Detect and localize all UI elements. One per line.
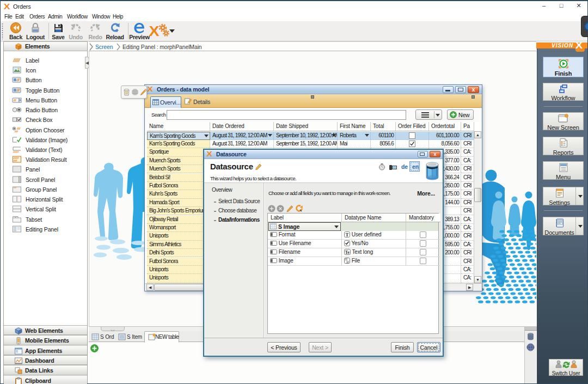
svg-text:Te: Te <box>345 249 350 255</box>
svg-text:10: 10 <box>346 261 349 264</box>
svg-text:X: X <box>149 23 159 39</box>
svg-text:T: T <box>346 232 349 237</box>
